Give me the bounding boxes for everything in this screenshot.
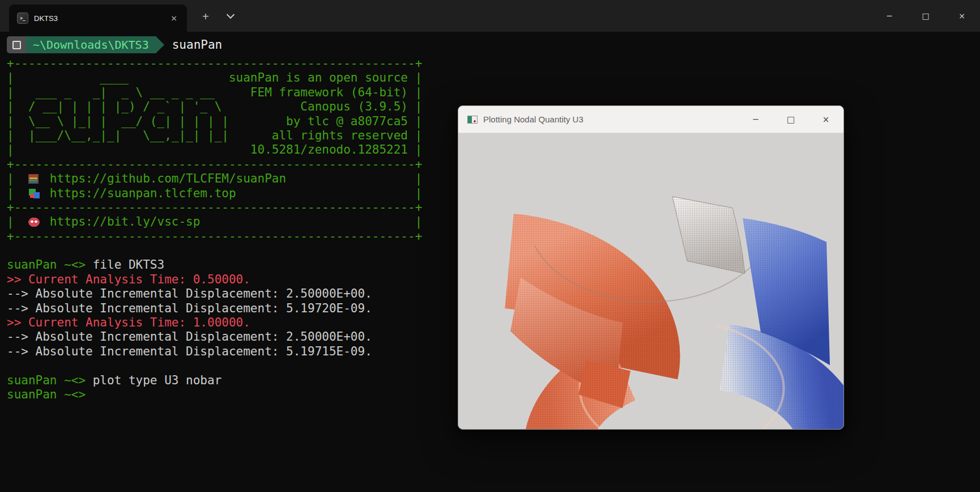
maximize-button[interactable]: □ <box>907 0 944 32</box>
terminal-line: suanPan ~<> file DKTS3 <box>7 258 422 272</box>
terminal-line: | 10.5281/zenodo.1285221 | <box>7 143 422 157</box>
terminal-text: | / __| | | | |_) / _` | '_ \ Canopus (3… <box>7 100 422 113</box>
terminal-text: | <box>286 172 422 185</box>
terminal-text: +---------------------------------------… <box>7 158 422 171</box>
terminal-line: +---------------------------------------… <box>7 230 422 244</box>
plot-window-title: Plotting Nodal Quantity U3 <box>483 114 583 124</box>
terminal-text: plot type U3 nobar <box>93 374 222 387</box>
terminal-text: | <box>7 172 28 185</box>
terminal-line: suanPan ~<> plot type U3 nobar <box>7 374 422 388</box>
prompt-path-segment: ~\Downloads\DKTS3 <box>26 36 156 53</box>
minimize-button[interactable]: ─ <box>871 0 907 32</box>
icon-frames <box>28 188 42 200</box>
powerline-arrow-icon <box>156 36 164 53</box>
terminal-text: >> Current Analysis Time: 0.50000. <box>7 273 250 286</box>
typed-command: suanPan <box>172 38 223 52</box>
terminal-line: | ____ suanPan is an open source | <box>7 71 422 85</box>
terminal-text: --> Absolute Incremental Displacement: 2… <box>7 330 372 343</box>
terminal-line: | https://suanpan.tlcfem.top | <box>7 186 422 201</box>
icon-abacus <box>28 173 42 185</box>
terminal-line: | |___/\__,_|_| \__,_|_| |_| all rights … <box>7 129 422 143</box>
terminal-text: --> Absolute Incremental Displacement: 5… <box>7 345 372 358</box>
terminal-line: --> Absolute Incremental Displacement: 5… <box>7 302 422 316</box>
terminal-line: | \__ \ |_| | __/ (_| | | | | by tlc @ a… <box>7 114 422 129</box>
plot-close-button[interactable]: × <box>808 106 843 133</box>
terminal-text: | ____ suanPan is an open source | <box>7 71 422 84</box>
terminal-line: --> Absolute Incremental Displacement: 2… <box>7 330 422 344</box>
terminal-text: >> Current Analysis Time: 1.00000. <box>7 316 250 329</box>
terminal-line: | / __| | | | |_) / _` | '_ \ Canopus (3… <box>7 100 422 114</box>
terminal-app-icon: >_ <box>17 12 28 24</box>
terminal-text: +---------------------------------------… <box>7 57 422 70</box>
plot-window: Plotting Nodal Quantity U3 ─ □ × <box>458 105 844 430</box>
terminal-text: --> Absolute Incremental Displacement: 5… <box>7 302 372 315</box>
terminal-line: >> Current Analysis Time: 0.50000. <box>7 273 422 287</box>
shell-prompt-row: ~\Downloads\DKTS3 suanPan <box>7 36 422 53</box>
vtk-render-viewport[interactable] <box>458 133 843 429</box>
tab-dropdown-button[interactable] <box>221 6 240 26</box>
tab-title: DKTS3 <box>34 14 167 23</box>
terminal-line <box>7 244 422 258</box>
terminal-text: | <box>200 215 422 228</box>
plot-window-controls: ─ □ × <box>738 106 843 133</box>
terminal-line: +---------------------------------------… <box>7 57 422 71</box>
terminal-text: https://suanpan.tlcfem.top <box>42 186 236 200</box>
terminal-text: | 10.5281/zenodo.1285221 | <box>7 143 422 156</box>
nodal-quantity-u3-rendering <box>458 133 843 429</box>
terminal-text: +---------------------------------------… <box>7 201 422 214</box>
terminal-text: +---------------------------------------… <box>7 230 422 243</box>
terminal-titlebar: >_ DKTS3 × + ─ □ × <box>0 0 980 32</box>
terminal-text: | \__ \ |_| | __/ (_| | | | | by tlc @ a… <box>7 114 422 128</box>
new-tab-button[interactable]: + <box>196 6 215 26</box>
terminal-line: --> Absolute Incremental Displacement: 5… <box>7 345 422 359</box>
terminal-text: suanPan ~<> <box>7 258 93 272</box>
plot-window-icon <box>467 116 478 124</box>
terminal-text: | |___/\__,_|_| \__,_|_| |_| all rights … <box>7 129 422 142</box>
terminal-text: suanPan ~<> <box>7 388 86 401</box>
terminal-content[interactable]: ~\Downloads\DKTS3 suanPan +-------------… <box>7 34 422 402</box>
terminal-line: +---------------------------------------… <box>7 158 422 172</box>
screen: { "colors": { "terminal-bg": "#0c0c0c", … <box>0 0 980 492</box>
terminal-text: | <box>236 186 423 200</box>
terminal-text: suanPan ~<> <box>7 374 93 387</box>
terminal-text: | <box>7 215 28 228</box>
window-square-icon <box>12 41 21 49</box>
icon-imp <box>28 217 42 228</box>
terminal-text: | <box>7 186 28 200</box>
chevron-down-icon <box>227 10 235 18</box>
tab-close-button[interactable]: × <box>167 11 181 26</box>
close-button[interactable]: × <box>944 0 980 32</box>
terminal-line: | https://github.com/TLCFEM/suanPan | <box>7 172 422 186</box>
terminal-text: https://bit.ly/vsc-sp <box>42 215 200 228</box>
terminal-text: | ___ _ _| _ \ __ _ _ __ FEM framework (… <box>7 86 422 99</box>
terminal-line: +---------------------------------------… <box>7 201 422 215</box>
terminal-output: +---------------------------------------… <box>7 57 422 402</box>
plot-maximize-button[interactable]: □ <box>773 106 808 133</box>
terminal-text: file DKTS3 <box>93 258 164 272</box>
plot-minimize-button[interactable]: ─ <box>738 106 773 133</box>
terminal-line <box>7 359 422 373</box>
terminal-line: --> Absolute Incremental Displacement: 2… <box>7 287 422 301</box>
prompt-os-segment <box>7 36 26 53</box>
terminal-text: https://github.com/TLCFEM/suanPan <box>42 172 286 185</box>
terminal-tab[interactable]: >_ DKTS3 × <box>9 5 187 32</box>
terminal-line: >> Current Analysis Time: 1.00000. <box>7 316 422 330</box>
terminal-line: | ___ _ _| _ \ __ _ _ __ FEM framework (… <box>7 86 422 100</box>
window-controls: ─ □ × <box>871 0 980 32</box>
terminal-text: --> Absolute Incremental Displacement: 2… <box>7 287 372 300</box>
terminal-line: suanPan ~<> <box>7 388 422 402</box>
plot-titlebar[interactable]: Plotting Nodal Quantity U3 ─ □ × <box>458 106 843 133</box>
terminal-line: | https://bit.ly/vsc-sp | <box>7 215 422 229</box>
